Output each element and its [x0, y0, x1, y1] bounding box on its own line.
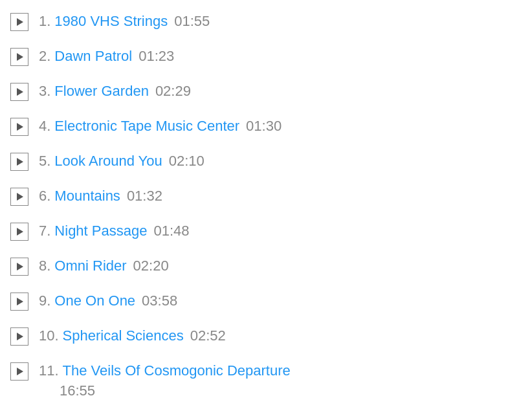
track-name[interactable]: Spherical Sciences	[63, 326, 184, 346]
play-icon	[17, 368, 23, 375]
track-number: 1.	[39, 12, 50, 32]
play-button[interactable]	[10, 118, 28, 136]
track-duration: 16:55	[60, 382, 95, 399]
play-button[interactable]	[10, 153, 28, 171]
list-item: 6.Mountains01:32	[0, 181, 532, 216]
track-name[interactable]: One On One	[54, 291, 135, 311]
track-name[interactable]: Electronic Tape Music Center	[54, 116, 239, 137]
play-icon	[17, 193, 23, 201]
play-button[interactable]	[10, 83, 28, 101]
play-button[interactable]	[10, 258, 28, 276]
list-item: 7.Night Passage01:48	[0, 216, 532, 251]
track-number: 3.	[39, 82, 50, 102]
list-item: 4.Electronic Tape Music Center01:30	[0, 111, 532, 146]
play-button[interactable]	[10, 13, 28, 31]
list-item: 11.The Veils Of Cosmogonic Departure16:5…	[0, 356, 532, 406]
track-duration: 02:10	[169, 151, 205, 171]
track-duration: 01:23	[139, 47, 174, 67]
track-name[interactable]: Night Passage	[54, 221, 147, 241]
track-duration: 02:20	[133, 256, 169, 276]
track-number: 9.	[39, 291, 50, 311]
track-number: 6.	[39, 186, 50, 206]
play-button[interactable]	[10, 327, 28, 346]
list-item: 8.Omni Rider02:20	[0, 251, 532, 286]
track-name[interactable]: Omni Rider	[54, 256, 126, 276]
play-icon	[17, 123, 23, 131]
track-list: 1.1980 VHS Strings01:552.Dawn Patrol01:2…	[0, 6, 532, 406]
play-icon	[17, 53, 23, 61]
track-number: 5.	[39, 151, 50, 171]
track-duration: 01:32	[127, 186, 162, 206]
list-item: 1.1980 VHS Strings01:55	[0, 6, 532, 41]
track-duration: 03:58	[142, 291, 177, 311]
track-duration: 01:55	[174, 12, 210, 32]
track-name[interactable]: Look Around You	[54, 151, 162, 171]
play-icon	[17, 228, 23, 236]
track-name[interactable]: Flower Garden	[54, 82, 149, 102]
play-button[interactable]	[10, 223, 28, 241]
play-icon	[17, 333, 23, 340]
play-button[interactable]	[10, 362, 28, 381]
play-button[interactable]	[10, 188, 28, 206]
track-duration: 02:29	[155, 82, 191, 102]
play-button[interactable]	[10, 48, 28, 66]
track-number: 2.	[39, 47, 50, 67]
track-number: 7.	[39, 221, 50, 241]
track-name[interactable]: Dawn Patrol	[54, 47, 132, 67]
track-number: 11.	[39, 361, 59, 381]
play-icon	[17, 158, 23, 166]
play-icon	[17, 18, 23, 26]
track-number: 4.	[39, 116, 50, 137]
track-duration: 02:52	[190, 326, 226, 346]
track-number: 10.	[39, 326, 59, 346]
track-name[interactable]: The Veils Of Cosmogonic Departure	[63, 361, 291, 381]
track-name[interactable]: 1980 VHS Strings	[54, 12, 168, 32]
play-icon	[17, 88, 23, 96]
list-item: 2.Dawn Patrol01:23	[0, 41, 532, 76]
track-duration: 01:48	[153, 221, 189, 241]
play-icon	[17, 263, 23, 271]
list-item: 10.Spherical Sciences02:52	[0, 321, 532, 356]
track-duration: 01:30	[246, 116, 282, 137]
list-item: 3.Flower Garden02:29	[0, 76, 532, 111]
list-item: 5.Look Around You02:10	[0, 146, 532, 181]
track-name[interactable]: Mountains	[54, 186, 120, 206]
play-button[interactable]	[10, 293, 28, 311]
track-number: 8.	[39, 256, 50, 276]
list-item: 9.One On One03:58	[0, 286, 532, 321]
play-icon	[17, 298, 23, 305]
